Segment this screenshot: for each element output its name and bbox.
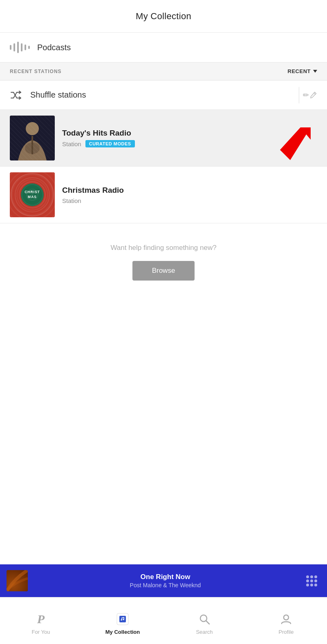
svg-point-17 <box>123 619 124 620</box>
nav-item-for-you[interactable]: P For You <box>0 607 82 635</box>
nav-label-for-you: For You <box>32 629 50 635</box>
station-thumb-christmas: CHRIST MAS <box>10 172 55 217</box>
nav-label-profile: Profile <box>279 629 294 635</box>
svg-rect-6 <box>10 172 55 217</box>
podcasts-label: Podcasts <box>37 43 71 52</box>
curated-badge: CURATED MODES <box>85 140 135 147</box>
svg-point-16 <box>121 619 122 620</box>
svg-point-20 <box>284 615 289 620</box>
page-title: My Collection <box>136 11 191 22</box>
now-playing-bar[interactable]: One Right Now Post Malone & The Weeknd <box>0 564 327 597</box>
now-playing-menu-button[interactable] <box>303 572 320 590</box>
nav-item-profile[interactable]: Profile <box>245 607 327 635</box>
shuffle-icon <box>10 90 23 100</box>
svg-point-9 <box>19 182 45 208</box>
station-type: Station <box>62 140 81 147</box>
sort-label: RECENT <box>288 68 311 74</box>
profile-icon <box>279 612 293 626</box>
nav-label-my-collection: My Collection <box>105 629 140 635</box>
page-header: My Collection <box>0 0 327 33</box>
sort-button[interactable]: RECENT <box>288 68 317 74</box>
station-name: Today's Hits Radio <box>62 129 317 138</box>
station-item-todays-hits[interactable]: Today's Hits Radio Station CURATED MODES <box>0 110 327 167</box>
station-meta: Station CURATED MODES <box>62 140 317 147</box>
station-meta: Station <box>62 197 317 204</box>
shuffle-label: Shuffle stations <box>30 90 299 100</box>
podcasts-row[interactable]: Podcasts <box>0 33 327 62</box>
edit-button[interactable] <box>302 88 317 103</box>
svg-rect-2 <box>10 116 55 160</box>
now-playing-artist: Post Malone & The Weeknd <box>34 582 297 588</box>
chevron-down-icon <box>313 70 317 73</box>
svg-text:CHRIST: CHRIST <box>25 190 40 194</box>
recent-stations-label: RECENT STATIONS <box>10 69 62 74</box>
svg-text:MAS: MAS <box>28 195 37 199</box>
now-playing-title: One Right Now <box>34 573 297 581</box>
podcast-icon <box>10 42 30 53</box>
bottom-nav: P For You My Collection Search <box>0 597 327 644</box>
station-thumb-todays-hits <box>10 116 55 160</box>
svg-line-19 <box>206 621 209 624</box>
svg-point-10 <box>21 183 44 206</box>
nav-label-search: Search <box>196 629 213 635</box>
divider <box>299 87 299 103</box>
svg-point-8 <box>15 178 49 212</box>
now-playing-album-art <box>7 570 28 591</box>
station-item-christmas[interactable]: CHRIST MAS Christmas Radio Station <box>0 167 327 223</box>
shuffle-row[interactable]: Shuffle stations <box>0 80 327 110</box>
recent-stations-header: RECENT STATIONS RECENT <box>0 62 327 80</box>
pandora-p-icon: P <box>34 612 48 626</box>
station-info-todays-hits: Today's Hits Radio Station CURATED MODES <box>62 129 317 147</box>
search-icon <box>197 612 212 626</box>
my-collection-icon <box>115 612 130 626</box>
now-playing-info: One Right Now Post Malone & The Weeknd <box>34 573 297 588</box>
nav-item-search[interactable]: Search <box>164 607 245 635</box>
svg-point-3 <box>26 122 39 135</box>
browse-prompt: Want help finding something new? <box>110 244 216 252</box>
station-name: Christmas Radio <box>62 186 317 195</box>
nav-item-my-collection[interactable]: My Collection <box>82 607 164 635</box>
browse-button[interactable]: Browse <box>132 261 195 281</box>
svg-rect-15 <box>119 616 126 622</box>
svg-point-7 <box>11 174 54 216</box>
svg-point-4 <box>25 143 40 154</box>
browse-section: Want help finding something new? Browse <box>0 223 327 293</box>
svg-rect-13 <box>7 570 28 591</box>
dot-grid-icon <box>306 575 317 586</box>
station-info-christmas: Christmas Radio Station <box>62 186 317 204</box>
station-type: Station <box>62 197 81 204</box>
